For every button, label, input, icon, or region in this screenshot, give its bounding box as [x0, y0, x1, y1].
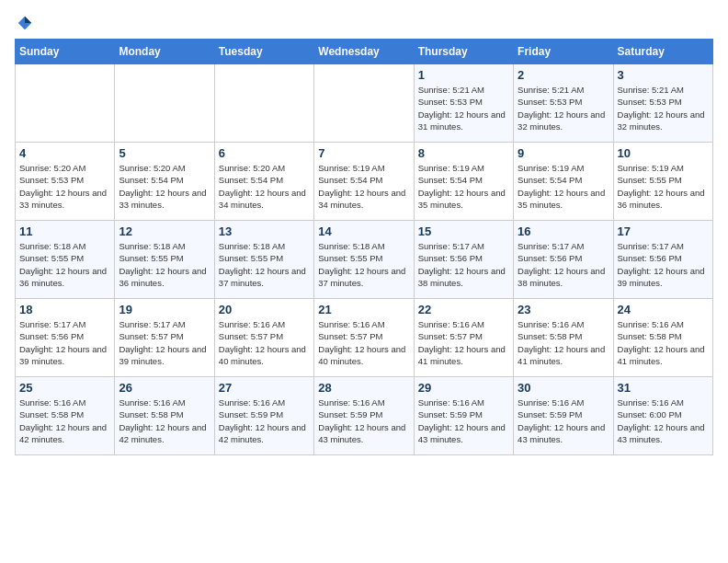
- day-number: 29: [418, 381, 509, 395]
- day-info: Sunrise: 5:19 AM Sunset: 5:54 PM Dayligh…: [418, 162, 509, 211]
- week-row-5: 25Sunrise: 5:16 AM Sunset: 5:58 PM Dayli…: [16, 377, 713, 455]
- calendar-cell: 16Sunrise: 5:17 AM Sunset: 5:56 PM Dayli…: [514, 221, 613, 299]
- header-day-tuesday: Tuesday: [214, 40, 313, 64]
- day-info: Sunrise: 5:21 AM Sunset: 5:53 PM Dayligh…: [518, 84, 609, 132]
- calendar-cell: 2Sunrise: 5:21 AM Sunset: 5:53 PM Daylig…: [514, 64, 613, 143]
- day-info: Sunrise: 5:19 AM Sunset: 5:54 PM Dayligh…: [318, 162, 409, 211]
- calendar-cell: 27Sunrise: 5:16 AM Sunset: 5:59 PM Dayli…: [214, 377, 313, 455]
- day-number: 4: [19, 146, 110, 160]
- calendar-cell: 23Sunrise: 5:16 AM Sunset: 5:58 PM Dayli…: [514, 299, 613, 377]
- calendar-cell: 31Sunrise: 5:16 AM Sunset: 6:00 PM Dayli…: [613, 377, 712, 455]
- day-number: 7: [318, 146, 409, 160]
- day-number: 25: [19, 381, 110, 395]
- day-info: Sunrise: 5:16 AM Sunset: 5:58 PM Dayligh…: [618, 318, 709, 367]
- calendar-cell: 29Sunrise: 5:16 AM Sunset: 5:59 PM Dayli…: [414, 377, 513, 455]
- header-day-wednesday: Wednesday: [314, 40, 414, 64]
- day-number: 15: [418, 224, 509, 238]
- day-number: 30: [518, 381, 609, 395]
- calendar-cell: 17Sunrise: 5:17 AM Sunset: 5:56 PM Dayli…: [613, 221, 712, 299]
- calendar-cell: 24Sunrise: 5:16 AM Sunset: 5:58 PM Dayli…: [613, 299, 712, 377]
- calendar-cell: 7Sunrise: 5:19 AM Sunset: 5:54 PM Daylig…: [314, 143, 414, 221]
- day-number: 23: [518, 303, 609, 316]
- calendar-cell: 13Sunrise: 5:18 AM Sunset: 5:55 PM Dayli…: [214, 221, 313, 299]
- calendar-table: SundayMondayTuesdayWednesdayThursdayFrid…: [15, 39, 713, 455]
- logo: [15, 15, 33, 31]
- day-number: 5: [119, 146, 210, 160]
- day-number: 6: [219, 146, 310, 160]
- day-number: 21: [318, 303, 409, 316]
- day-info: Sunrise: 5:19 AM Sunset: 5:54 PM Dayligh…: [518, 162, 609, 211]
- header-day-friday: Friday: [514, 40, 613, 64]
- day-info: Sunrise: 5:18 AM Sunset: 5:55 PM Dayligh…: [119, 240, 210, 289]
- day-info: Sunrise: 5:17 AM Sunset: 5:56 PM Dayligh…: [518, 240, 609, 289]
- day-number: 10: [618, 146, 709, 160]
- day-number: 27: [219, 381, 310, 395]
- day-info: Sunrise: 5:18 AM Sunset: 5:55 PM Dayligh…: [19, 240, 110, 289]
- header-day-monday: Monday: [115, 40, 214, 64]
- calendar-cell: 11Sunrise: 5:18 AM Sunset: 5:55 PM Dayli…: [16, 221, 115, 299]
- calendar-cell: 14Sunrise: 5:18 AM Sunset: 5:55 PM Dayli…: [314, 221, 414, 299]
- day-number: 16: [518, 224, 609, 238]
- calendar-cell: 3Sunrise: 5:21 AM Sunset: 5:53 PM Daylig…: [613, 64, 712, 143]
- header-day-thursday: Thursday: [414, 40, 513, 64]
- calendar-cell: 8Sunrise: 5:19 AM Sunset: 5:54 PM Daylig…: [414, 143, 513, 221]
- day-number: 9: [518, 146, 609, 160]
- day-info: Sunrise: 5:16 AM Sunset: 5:57 PM Dayligh…: [418, 318, 509, 367]
- day-number: 11: [19, 224, 110, 238]
- day-number: 2: [518, 68, 609, 82]
- header-day-saturday: Saturday: [613, 40, 712, 64]
- day-number: 22: [418, 303, 509, 316]
- calendar-cell: 26Sunrise: 5:16 AM Sunset: 5:58 PM Dayli…: [115, 377, 214, 455]
- calendar-cell: 6Sunrise: 5:20 AM Sunset: 5:54 PM Daylig…: [214, 143, 313, 221]
- day-number: 19: [119, 303, 210, 316]
- calendar-cell: 4Sunrise: 5:20 AM Sunset: 5:53 PM Daylig…: [16, 143, 115, 221]
- day-number: 8: [418, 146, 509, 160]
- day-number: 17: [618, 224, 709, 238]
- day-info: Sunrise: 5:21 AM Sunset: 5:53 PM Dayligh…: [618, 84, 709, 132]
- day-info: Sunrise: 5:16 AM Sunset: 5:59 PM Dayligh…: [418, 396, 509, 445]
- day-info: Sunrise: 5:17 AM Sunset: 5:57 PM Dayligh…: [119, 318, 210, 367]
- calendar-cell: 22Sunrise: 5:16 AM Sunset: 5:57 PM Dayli…: [414, 299, 513, 377]
- header-row: SundayMondayTuesdayWednesdayThursdayFrid…: [16, 40, 713, 64]
- calendar-cell: 28Sunrise: 5:16 AM Sunset: 5:59 PM Dayli…: [314, 377, 414, 455]
- day-info: Sunrise: 5:16 AM Sunset: 5:59 PM Dayligh…: [518, 396, 609, 445]
- week-row-2: 4Sunrise: 5:20 AM Sunset: 5:53 PM Daylig…: [16, 143, 713, 221]
- calendar-cell: [314, 64, 414, 143]
- day-number: 24: [618, 303, 709, 316]
- page-header: [15, 15, 713, 31]
- day-info: Sunrise: 5:16 AM Sunset: 5:59 PM Dayligh…: [219, 396, 310, 445]
- day-info: Sunrise: 5:16 AM Sunset: 5:58 PM Dayligh…: [119, 396, 210, 445]
- day-info: Sunrise: 5:16 AM Sunset: 6:00 PM Dayligh…: [618, 396, 709, 445]
- day-number: 20: [219, 303, 310, 316]
- calendar-cell: 21Sunrise: 5:16 AM Sunset: 5:57 PM Dayli…: [314, 299, 414, 377]
- day-info: Sunrise: 5:17 AM Sunset: 5:56 PM Dayligh…: [618, 240, 709, 289]
- calendar-cell: [115, 64, 214, 143]
- calendar-cell: 30Sunrise: 5:16 AM Sunset: 5:59 PM Dayli…: [514, 377, 613, 455]
- day-info: Sunrise: 5:17 AM Sunset: 5:56 PM Dayligh…: [19, 318, 110, 367]
- day-info: Sunrise: 5:21 AM Sunset: 5:53 PM Dayligh…: [418, 84, 509, 132]
- day-number: 18: [19, 303, 110, 316]
- calendar-cell: 10Sunrise: 5:19 AM Sunset: 5:55 PM Dayli…: [613, 143, 712, 221]
- calendar-cell: 19Sunrise: 5:17 AM Sunset: 5:57 PM Dayli…: [115, 299, 214, 377]
- day-number: 12: [119, 224, 210, 238]
- day-info: Sunrise: 5:16 AM Sunset: 5:59 PM Dayligh…: [318, 396, 409, 445]
- calendar-cell: [214, 64, 313, 143]
- calendar-cell: 5Sunrise: 5:20 AM Sunset: 5:54 PM Daylig…: [115, 143, 214, 221]
- calendar-cell: 1Sunrise: 5:21 AM Sunset: 5:53 PM Daylig…: [414, 64, 513, 143]
- day-number: 1: [418, 68, 509, 82]
- calendar-cell: 9Sunrise: 5:19 AM Sunset: 5:54 PM Daylig…: [514, 143, 613, 221]
- day-number: 28: [318, 381, 409, 395]
- day-number: 14: [318, 224, 409, 238]
- day-info: Sunrise: 5:16 AM Sunset: 5:58 PM Dayligh…: [518, 318, 609, 367]
- day-info: Sunrise: 5:19 AM Sunset: 5:55 PM Dayligh…: [618, 162, 709, 211]
- calendar-cell: 12Sunrise: 5:18 AM Sunset: 5:55 PM Dayli…: [115, 221, 214, 299]
- week-row-1: 1Sunrise: 5:21 AM Sunset: 5:53 PM Daylig…: [16, 64, 713, 143]
- day-info: Sunrise: 5:18 AM Sunset: 5:55 PM Dayligh…: [318, 240, 409, 289]
- svg-marker-1: [25, 17, 31, 23]
- day-info: Sunrise: 5:20 AM Sunset: 5:54 PM Dayligh…: [219, 162, 310, 211]
- day-info: Sunrise: 5:16 AM Sunset: 5:57 PM Dayligh…: [318, 318, 409, 367]
- day-number: 13: [219, 224, 310, 238]
- logo-icon: [17, 15, 33, 31]
- day-info: Sunrise: 5:18 AM Sunset: 5:55 PM Dayligh…: [219, 240, 310, 289]
- day-info: Sunrise: 5:16 AM Sunset: 5:58 PM Dayligh…: [19, 396, 110, 445]
